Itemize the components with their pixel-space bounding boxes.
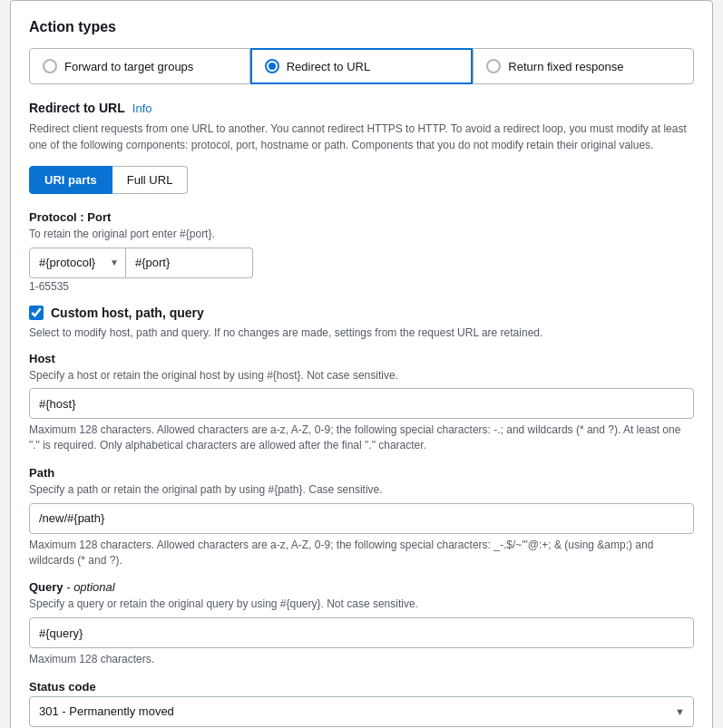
custom-checkbox-label: Custom host, path, query (51, 306, 204, 320)
action-type-forward[interactable]: Forward to target groups (29, 48, 250, 84)
redirect-header: Redirect to URL Info (29, 101, 694, 115)
host-label: Host (29, 352, 694, 365)
radio-redirect (265, 59, 279, 73)
redirect-description: Redirect client requests from one URL to… (29, 121, 694, 153)
action-type-redirect[interactable]: Redirect to URL (250, 48, 474, 84)
tab-row: URI parts Full URL (29, 166, 694, 194)
status-code-section: Status code 301 - Permanently moved 302 … (29, 680, 694, 727)
action-type-forward-label: Forward to target groups (64, 60, 193, 73)
action-types-panel: Action types Forward to target groups Re… (10, 0, 713, 728)
protocol-select-wrapper: #{protocol} ▼ (29, 248, 126, 278)
path-field-group: Path Specify a path or retain the origin… (29, 466, 694, 568)
redirect-section-title: Redirect to URL (29, 101, 125, 115)
port-input[interactable] (126, 248, 253, 278)
query-char-limit: Maximum 128 characters. (29, 652, 694, 667)
action-types-row: Forward to target groups Redirect to URL… (29, 48, 694, 84)
path-hint: Specify a path or retain the original pa… (29, 482, 694, 498)
radio-fixed (486, 59, 501, 73)
query-field-group: Query - optional Specify a query or reta… (29, 580, 694, 667)
query-optional-text: - optional (66, 580, 114, 594)
custom-section: Custom host, path, query Select to modif… (29, 306, 694, 667)
custom-section-desc: Select to modify host, path and query. I… (29, 325, 694, 341)
status-code-label: Status code (29, 680, 694, 694)
action-type-redirect-label: Redirect to URL (287, 60, 370, 73)
protocol-port-label: Protocol : Port (29, 210, 694, 224)
query-label-text: Query (29, 580, 64, 594)
protocol-port-row: #{protocol} ▼ (29, 248, 694, 278)
tab-full-url[interactable]: Full URL (112, 166, 189, 194)
query-label: Query - optional (29, 580, 694, 594)
status-select-wrapper: 301 - Permanently moved 302 - Found ▼ (29, 696, 694, 727)
host-hint: Specify a host or retain the original ho… (29, 368, 694, 383)
query-hint: Specify a query or retain the original q… (29, 597, 694, 612)
host-input[interactable] (29, 388, 694, 419)
action-type-fixed-label: Return fixed response (508, 60, 623, 73)
custom-checkbox[interactable] (29, 306, 44, 320)
port-range-text: 1-65535 (29, 280, 694, 293)
host-char-limit: Maximum 128 characters. Allowed characte… (29, 422, 694, 453)
panel-title: Action types (29, 19, 694, 35)
protocol-port-hint: To retain the original port enter #{port… (29, 227, 694, 242)
path-input[interactable] (29, 503, 694, 534)
redirect-section: Redirect to URL Info Redirect client req… (29, 101, 694, 727)
query-input[interactable] (29, 617, 694, 648)
action-type-fixed[interactable]: Return fixed response (473, 48, 694, 84)
custom-checkbox-row: Custom host, path, query (29, 306, 694, 320)
status-select[interactable]: 301 - Permanently moved 302 - Found (29, 696, 694, 727)
info-link[interactable]: Info (132, 102, 152, 115)
protocol-port-group: Protocol : Port To retain the original p… (29, 210, 694, 293)
protocol-select[interactable]: #{protocol} (29, 248, 126, 278)
path-char-limit: Maximum 128 characters. Allowed characte… (29, 538, 694, 568)
path-label: Path (29, 466, 694, 480)
radio-forward (43, 59, 57, 73)
host-field-group: Host Specify a host or retain the origin… (29, 352, 694, 453)
tab-uri-parts[interactable]: URI parts (29, 166, 112, 194)
